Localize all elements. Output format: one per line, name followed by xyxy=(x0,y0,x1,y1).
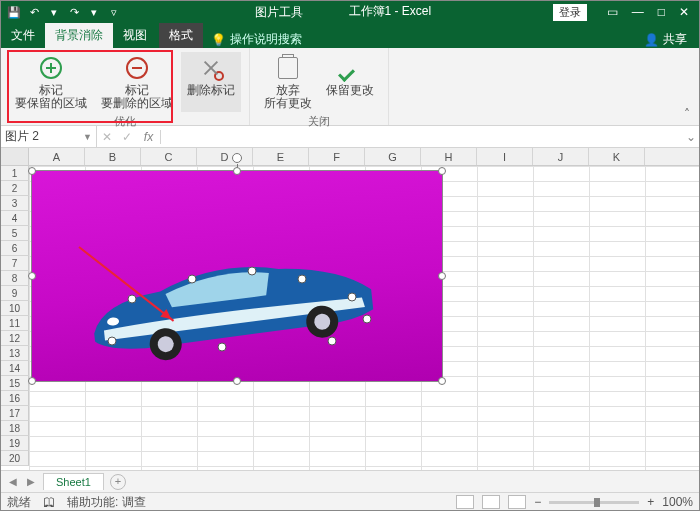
sheet-nav-prev-icon[interactable]: ◀ xyxy=(7,476,19,487)
col-header[interactable]: G xyxy=(365,148,421,165)
resize-handle-se[interactable] xyxy=(438,377,446,385)
row-header[interactable]: 1 xyxy=(1,166,29,181)
enter-formula-icon[interactable]: ✓ xyxy=(122,130,132,144)
row-header[interactable]: 7 xyxy=(1,256,29,271)
name-box-value: 图片 2 xyxy=(5,128,39,145)
col-header[interactable]: K xyxy=(589,148,645,165)
qat-customize-icon[interactable]: ▿ xyxy=(107,5,121,19)
svg-point-7 xyxy=(248,267,256,275)
fx-label[interactable]: fx xyxy=(137,130,161,144)
normal-view-button[interactable] xyxy=(456,495,474,509)
close-icon[interactable]: ✕ xyxy=(679,5,689,19)
mark-areas-to-keep-button[interactable]: 标记要保留的区域 xyxy=(9,52,93,112)
sheet-tab[interactable]: Sheet1 xyxy=(43,473,104,490)
rotation-handle[interactable] xyxy=(232,153,242,163)
row-header[interactable]: 2 xyxy=(1,181,29,196)
row-header[interactable]: 8 xyxy=(1,271,29,286)
ribbon-options-icon[interactable]: ▭ xyxy=(607,5,618,19)
col-header[interactable]: A xyxy=(29,148,85,165)
tell-me-label: 操作说明搜索 xyxy=(230,31,302,48)
maximize-icon[interactable]: □ xyxy=(658,5,665,19)
save-icon[interactable]: 💾 xyxy=(7,5,21,19)
col-header[interactable]: F xyxy=(309,148,365,165)
sheet-nav-next-icon[interactable]: ▶ xyxy=(25,476,37,487)
cancel-formula-icon[interactable]: ✕ xyxy=(102,130,112,144)
zoom-slider[interactable] xyxy=(549,501,639,504)
row-header[interactable]: 18 xyxy=(1,421,29,436)
ribbon-tabs: 文件 背景消除 视图 格式 💡 操作说明搜索 👤 共享 xyxy=(1,23,699,48)
share-button[interactable]: 👤 共享 xyxy=(632,31,699,48)
row-header[interactable]: 3 xyxy=(1,196,29,211)
tab-file[interactable]: 文件 xyxy=(1,23,45,48)
discard-label2: 所有更改 xyxy=(264,96,312,110)
resize-handle-nw[interactable] xyxy=(28,167,36,175)
row-header[interactable]: 20 xyxy=(1,451,29,466)
status-bar: 就绪 🕮 辅助功能: 调查 − + 100% xyxy=(1,492,699,511)
resize-handle-s[interactable] xyxy=(233,377,241,385)
resize-handle-e[interactable] xyxy=(438,272,446,280)
tell-me-search[interactable]: 💡 操作说明搜索 xyxy=(203,31,310,48)
row-header[interactable]: 6 xyxy=(1,241,29,256)
zoom-out-button[interactable]: − xyxy=(534,495,541,509)
resize-handle-w[interactable] xyxy=(28,272,36,280)
row-header[interactable]: 17 xyxy=(1,406,29,421)
zoom-level[interactable]: 100% xyxy=(662,495,693,509)
status-accessibility: 辅助功能: 调查 xyxy=(67,494,146,511)
ribbon: 标记要保留的区域 标记要删除的区域 删除标记 优化 放弃所有更改 保留更改 关闭 xyxy=(1,48,699,126)
tab-format[interactable]: 格式 xyxy=(159,23,203,48)
add-sheet-button[interactable]: + xyxy=(110,474,126,490)
worksheet-grid[interactable]: A B C D E F G H I J K 1 2 3 4 5 6 7 8 9 … xyxy=(1,148,699,470)
row-header[interactable]: 10 xyxy=(1,301,29,316)
login-button[interactable]: 登录 xyxy=(553,4,587,21)
row-header[interactable]: 19 xyxy=(1,436,29,451)
page-break-view-button[interactable] xyxy=(508,495,526,509)
zoom-in-button[interactable]: + xyxy=(647,495,654,509)
col-header[interactable]: J xyxy=(533,148,589,165)
svg-point-13 xyxy=(328,337,336,345)
svg-point-5 xyxy=(128,295,136,303)
collapse-ribbon-button[interactable]: ˄ xyxy=(675,48,699,125)
column-headers: A B C D E F G H I J K xyxy=(1,148,699,166)
col-header[interactable]: I xyxy=(477,148,533,165)
ribbon-group-refine: 标记要保留的区域 标记要删除的区域 删除标记 优化 xyxy=(1,48,250,125)
delete-mark-button[interactable]: 删除标记 xyxy=(181,52,241,112)
row-header[interactable]: 5 xyxy=(1,226,29,241)
row-header[interactable]: 16 xyxy=(1,391,29,406)
resize-handle-n[interactable] xyxy=(233,167,241,175)
row-header[interactable]: 9 xyxy=(1,286,29,301)
accessibility-icon[interactable]: 🕮 xyxy=(43,495,55,509)
col-header[interactable]: B xyxy=(85,148,141,165)
name-box-dropdown-icon[interactable]: ▼ xyxy=(83,132,92,142)
title-bar: 💾 ↶ ▾ ↷ ▾ ▿ 图片工具 工作簿1 - Excel 登录 ▭ — □ ✕ xyxy=(1,1,699,23)
qat-dropdown2-icon[interactable]: ▾ xyxy=(87,5,101,19)
lightbulb-icon: 💡 xyxy=(211,33,226,47)
resize-handle-sw[interactable] xyxy=(28,377,36,385)
discard-changes-button[interactable]: 放弃所有更改 xyxy=(258,52,318,112)
tab-background-removal[interactable]: 背景消除 xyxy=(45,23,113,48)
svg-point-8 xyxy=(298,275,306,283)
select-all-corner[interactable] xyxy=(1,148,29,165)
col-header[interactable]: C xyxy=(141,148,197,165)
minimize-icon[interactable]: — xyxy=(632,5,644,19)
row-header[interactable]: 12 xyxy=(1,331,29,346)
row-header[interactable]: 11 xyxy=(1,316,29,331)
col-header[interactable]: E xyxy=(253,148,309,165)
tab-view[interactable]: 视图 xyxy=(113,23,157,48)
row-header[interactable]: 4 xyxy=(1,211,29,226)
page-layout-view-button[interactable] xyxy=(482,495,500,509)
resize-handle-ne[interactable] xyxy=(438,167,446,175)
row-header[interactable]: 15 xyxy=(1,376,29,391)
col-header[interactable]: H xyxy=(421,148,477,165)
name-box[interactable]: 图片 2 ▼ xyxy=(1,126,97,148)
mark-areas-to-remove-button[interactable]: 标记要删除的区域 xyxy=(95,52,179,112)
qat-dropdown-icon[interactable]: ▾ xyxy=(47,5,61,19)
row-header[interactable]: 13 xyxy=(1,346,29,361)
row-header[interactable]: 14 xyxy=(1,361,29,376)
undo-icon[interactable]: ↶ xyxy=(27,5,41,19)
col-header[interactable]: D xyxy=(197,148,253,165)
expand-formula-bar-icon[interactable]: ⌄ xyxy=(683,130,699,144)
selected-picture[interactable] xyxy=(31,170,443,382)
car-image xyxy=(72,249,392,361)
redo-icon[interactable]: ↷ xyxy=(67,5,81,19)
keep-changes-button[interactable]: 保留更改 xyxy=(320,52,380,112)
